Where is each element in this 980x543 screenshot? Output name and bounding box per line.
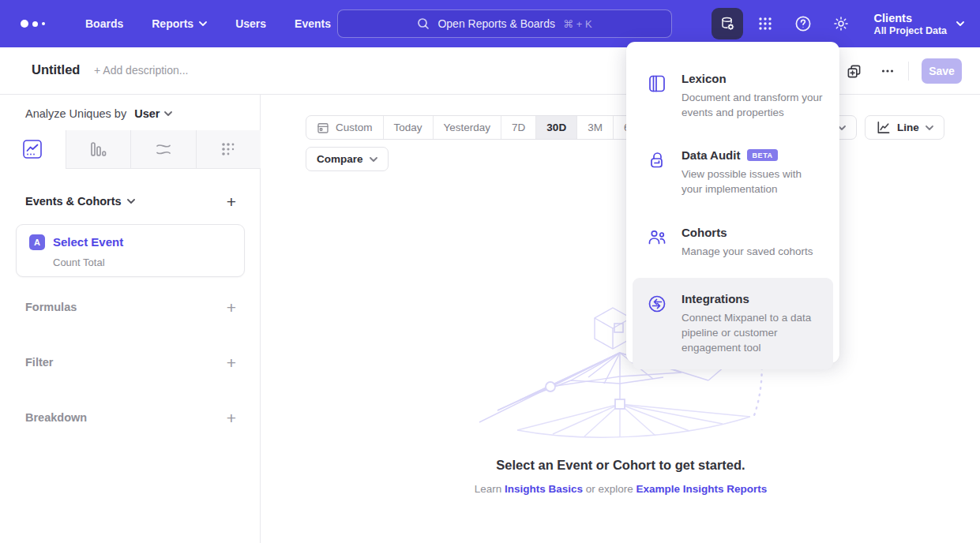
book-icon (647, 72, 670, 120)
chart-type-tabs (0, 130, 261, 169)
add-breakdown-button[interactable]: + (227, 410, 236, 426)
lock-audit-icon (647, 148, 670, 197)
more-options-button[interactable] (875, 58, 900, 84)
tab-flows[interactable] (130, 130, 196, 169)
search-shortcut: ⌘ + K (563, 18, 592, 30)
event-series-badge: A (29, 234, 45, 250)
query-builder-sidebar: Analyze Uniques by User (0, 95, 261, 543)
line-chart-icon (876, 120, 891, 135)
empty-state-hint: Learn Insights Basics or explore Example… (261, 483, 980, 495)
add-event-button[interactable]: + (227, 193, 236, 210)
bar-chart-icon (88, 140, 107, 159)
chevron-down-icon (956, 21, 964, 26)
settings-gear-icon (832, 15, 850, 32)
menu-item-integrations[interactable]: Integrations Connect Mixpanel to a data … (633, 278, 833, 369)
nav-links: Boards Reports Users Events (85, 17, 331, 30)
project-selector[interactable]: Clients All Project Data (874, 11, 964, 36)
events-cohorts-dropdown[interactable]: Events & Cohorts (25, 195, 135, 208)
apps-grid-button[interactable] (749, 8, 781, 39)
data-management-button[interactable] (712, 8, 743, 39)
date-range-30d[interactable]: 30D (535, 116, 576, 139)
example-insights-reports-link[interactable]: Example Insights Reports (636, 483, 768, 495)
more-ellipsis-icon (880, 64, 895, 78)
nav-item-reports[interactable]: Reports (152, 17, 207, 30)
date-range-custom[interactable]: Custom (306, 116, 383, 139)
date-range-3m[interactable]: 3M (576, 116, 613, 139)
menu-item-data-audit[interactable]: Data AuditBETA View possible issues with… (626, 134, 839, 211)
flows-icon (154, 140, 173, 159)
calendar-icon (317, 122, 329, 134)
report-title[interactable]: Untitled (32, 62, 80, 77)
filter-section: Filter + (25, 352, 236, 373)
settings-button[interactable] (825, 8, 857, 39)
menu-item-lexicon[interactable]: Lexicon Document and transform your even… (626, 58, 839, 134)
nav-item-users[interactable]: Users (235, 17, 266, 30)
data-management-menu: Lexicon Document and transform your even… (626, 42, 839, 363)
header-divider (908, 62, 909, 81)
nav-right: Clients All Project Data (712, 0, 964, 47)
events-cohorts-section: Events & Cohorts + (25, 191, 236, 212)
tab-bar-chart[interactable] (66, 130, 131, 169)
chart-style-dropdown[interactable]: Line (865, 115, 944, 140)
help-button[interactable] (787, 8, 819, 39)
add-description-field[interactable]: + Add description... (94, 64, 188, 77)
date-range-7d[interactable]: 7D (501, 116, 535, 139)
search-icon (417, 17, 430, 30)
retention-dots-icon (219, 140, 238, 159)
help-icon (794, 15, 812, 32)
project-scope: All Project Data (874, 25, 947, 36)
chevron-down-icon (127, 199, 135, 204)
analyze-value: User (134, 107, 160, 120)
analyze-uniques-dropdown[interactable]: Analyze Uniques by User (25, 104, 172, 123)
nav-item-events[interactable]: Events (295, 17, 331, 30)
global-search-input[interactable]: Open Reports & Boards ⌘ + K (337, 9, 672, 38)
insights-basics-link[interactable]: Insights Basics (505, 483, 583, 495)
add-filter-button[interactable]: + (227, 354, 236, 371)
project-name: Clients (874, 11, 947, 25)
compare-dropdown[interactable]: Compare (306, 147, 389, 171)
duplicate-icon (847, 64, 862, 79)
empty-state-title: Select an Event or Cohort to get started… (261, 458, 980, 473)
insights-line-icon (22, 139, 43, 159)
top-nav: Boards Reports Users Events Open Reports… (0, 0, 980, 47)
apps-grid-icon (757, 16, 773, 32)
mixpanel-logo[interactable] (21, 20, 57, 28)
nav-item-boards[interactable]: Boards (85, 17, 123, 30)
date-range-today[interactable]: Today (383, 116, 433, 139)
breakdown-section: Breakdown + (25, 407, 236, 428)
date-range-control: Custom Today Yesterday 7D 30D 3M 6M (306, 115, 650, 140)
count-total-dropdown[interactable]: Count Total (53, 257, 105, 268)
people-icon (647, 226, 670, 259)
tab-insights[interactable] (0, 130, 66, 169)
date-range-yesterday[interactable]: Yesterday (433, 116, 501, 139)
event-card[interactable]: A Select Event Count Total (16, 224, 245, 277)
search-placeholder: Open Reports & Boards (437, 17, 555, 30)
formulas-section: Formulas + (25, 297, 236, 317)
sync-arrows-icon (647, 292, 670, 355)
chevron-down-icon (370, 157, 377, 162)
chevron-down-icon (164, 111, 172, 116)
beta-badge: BETA (747, 149, 777, 161)
duplicate-button[interactable] (841, 58, 866, 84)
database-gear-icon (719, 15, 736, 32)
menu-item-cohorts[interactable]: Cohorts Manage your saved cohorts (626, 212, 839, 273)
add-formula-button[interactable]: + (227, 299, 236, 316)
chevron-down-icon (199, 21, 207, 26)
tab-retention[interactable] (196, 130, 261, 169)
chevron-down-icon (926, 125, 933, 130)
save-button[interactable]: Save (922, 58, 962, 84)
select-event-button[interactable]: Select Event (53, 235, 123, 249)
